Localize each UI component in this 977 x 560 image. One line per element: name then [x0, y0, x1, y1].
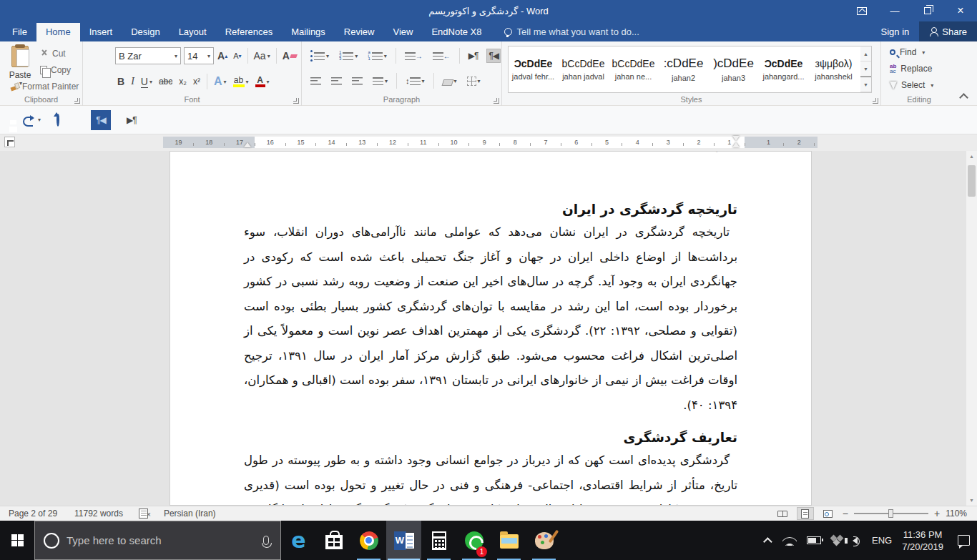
styles-scroll-up-button[interactable]: ▲: [860, 46, 871, 62]
read-mode-button[interactable]: [774, 507, 791, 520]
right-indent-marker[interactable]: [732, 142, 740, 147]
ribbon-tab[interactable]: Design: [122, 23, 169, 41]
wifi-icon[interactable]: [782, 535, 797, 546]
document-page[interactable]: ملیح: ۷۰. تاریخچه گردشگری در ایران تاریخ…: [170, 151, 812, 506]
taskbar-paint-button[interactable]: [526, 521, 561, 560]
borders-dropdown-icon[interactable]: ▾: [478, 78, 481, 84]
word-count[interactable]: 11792 words: [66, 509, 132, 519]
zoom-in-button[interactable]: +: [934, 508, 940, 519]
shading-button[interactable]: ▾: [441, 75, 458, 87]
undo-button[interactable]: ▾: [23, 115, 41, 125]
underline-dropdown-icon[interactable]: ▾: [149, 79, 152, 85]
justify-button[interactable]: ▾: [371, 76, 389, 87]
taskbar-store-button[interactable]: [316, 521, 351, 560]
replace-button[interactable]: abac Replace: [890, 64, 932, 74]
cut-button[interactable]: Cut: [40, 49, 66, 59]
clock[interactable]: 11:36 PM 7/20/2019: [902, 529, 943, 553]
battery-icon[interactable]: [807, 536, 821, 544]
find-dropdown-icon[interactable]: ▾: [922, 49, 925, 56]
first-line-indent-marker[interactable]: [732, 136, 740, 141]
scroll-down-arrow[interactable]: ▼: [966, 495, 977, 506]
minimize-button[interactable]: —: [878, 0, 911, 21]
restore-button[interactable]: [911, 0, 944, 21]
font-size-dropdown-icon[interactable]: ▾: [207, 53, 210, 59]
clear-formatting-button[interactable]: A: [283, 50, 297, 62]
style-item[interactable]: )cDdEe jahan3: [709, 46, 759, 92]
microphone-icon[interactable]: [263, 536, 269, 545]
style-item[interactable]: bCcDdEe jahan ne...: [609, 46, 659, 92]
rtl-direction-button[interactable]: ¶◀: [486, 49, 501, 63]
taskbar-explorer-button[interactable]: [491, 521, 526, 560]
start-button[interactable]: [0, 521, 34, 560]
undo-dropdown-icon[interactable]: ▾: [38, 117, 41, 123]
vertical-scrollbar[interactable]: ▲ ▼: [966, 151, 977, 506]
shading-dropdown-icon[interactable]: ▾: [454, 78, 457, 84]
ltr-direction-button[interactable]: ▶¶: [467, 49, 480, 62]
proofing-errors-icon[interactable]: [139, 509, 148, 519]
ltr-quick-button[interactable]: ▶¶: [127, 114, 137, 125]
numbering-button[interactable]: 123▾: [338, 49, 359, 63]
zoom-level[interactable]: 110%: [946, 509, 967, 519]
text-effects-dropdown-icon[interactable]: ▾: [224, 79, 227, 85]
ribbon-tab[interactable]: View: [383, 23, 422, 41]
style-item[interactable]: bCcDdEe jahan jadval: [559, 46, 609, 92]
font-dialog-launcher[interactable]: [293, 98, 299, 104]
style-item[interactable]: ƆcDdEe jahangard...: [759, 46, 809, 92]
collapse-ribbon-button[interactable]: [959, 93, 968, 102]
scrollbar-thumb[interactable]: [968, 165, 976, 197]
decrease-indent-button[interactable]: →: [403, 51, 424, 62]
language-indicator[interactable]: Persian (Iran): [155, 509, 225, 519]
line-spacing-button[interactable]: ↕▾: [404, 75, 426, 87]
close-button[interactable]: ×: [944, 0, 977, 21]
increase-indent-button[interactable]: ←: [431, 51, 452, 62]
ribbon-tab[interactable]: Review: [335, 23, 384, 41]
styles-scroll-down-button[interactable]: ▼: [860, 62, 871, 77]
rtl-quick-button-active[interactable]: ¶◀: [91, 110, 111, 130]
grow-font-button[interactable]: A▴: [217, 50, 227, 62]
find-button[interactable]: Find ▾: [890, 47, 925, 57]
styles-dialog-launcher[interactable]: [873, 98, 878, 104]
print-layout-button[interactable]: [797, 507, 814, 520]
shrink-font-button[interactable]: A▾: [233, 51, 241, 60]
taskbar-word-button[interactable]: W: [386, 521, 421, 560]
strikethrough-button[interactable]: abc: [159, 77, 172, 87]
zoom-slider[interactable]: [854, 513, 928, 514]
tab-file[interactable]: File: [3, 23, 36, 41]
bullets-dropdown-icon[interactable]: ▾: [326, 53, 329, 59]
ribbon-tab[interactable]: Layout: [170, 23, 216, 41]
font-color-button[interactable]: A▾: [255, 77, 270, 87]
ribbon-tab[interactable]: Mailings: [282, 23, 335, 41]
zoom-slider-handle[interactable]: [888, 509, 893, 518]
web-layout-button[interactable]: [820, 507, 837, 520]
subscript-button[interactable]: x₂: [179, 77, 187, 87]
align-center-button[interactable]: [330, 76, 343, 87]
redo-button[interactable]: [57, 114, 59, 125]
sign-in-button[interactable]: Sign in: [871, 21, 920, 41]
clipboard-dialog-launcher[interactable]: [74, 98, 80, 104]
highlight-dropdown-icon[interactable]: ▾: [246, 79, 249, 85]
ribbon-tab[interactable]: EndNote X8: [422, 23, 491, 41]
font-name-combo[interactable]: B Zar ▾: [115, 47, 181, 64]
ribbon-tab[interactable]: Home: [36, 23, 80, 41]
taskbar-edge-button[interactable]: e: [281, 521, 316, 560]
justify-dropdown-icon[interactable]: ▾: [385, 78, 388, 84]
taskbar-chrome-button[interactable]: [351, 521, 386, 560]
tab-stop-selector[interactable]: [4, 137, 15, 147]
volume-icon[interactable]: [853, 537, 858, 544]
copy-button[interactable]: Copy: [40, 65, 71, 75]
numbering-dropdown-icon[interactable]: ▾: [355, 53, 358, 59]
align-right-button[interactable]: [350, 76, 364, 87]
select-button[interactable]: Select ▾: [890, 80, 933, 90]
text-effects-button[interactable]: A▾: [214, 75, 227, 88]
zoom-out-button[interactable]: −: [843, 508, 848, 519]
format-painter-button[interactable]: Format Painter: [10, 82, 79, 92]
highlight-button[interactable]: ab▾: [233, 77, 249, 87]
language-switcher[interactable]: ENG: [872, 535, 892, 546]
styles-more-button[interactable]: ▼: [860, 77, 871, 92]
share-button[interactable]: Share: [919, 21, 977, 41]
action-center-icon[interactable]: [958, 535, 970, 546]
scroll-up-arrow[interactable]: ▲: [966, 151, 977, 162]
select-dropdown-icon[interactable]: ▾: [931, 82, 933, 89]
font-color-dropdown-icon[interactable]: ▾: [267, 79, 270, 85]
multilevel-dropdown-icon[interactable]: ▾: [384, 53, 387, 59]
